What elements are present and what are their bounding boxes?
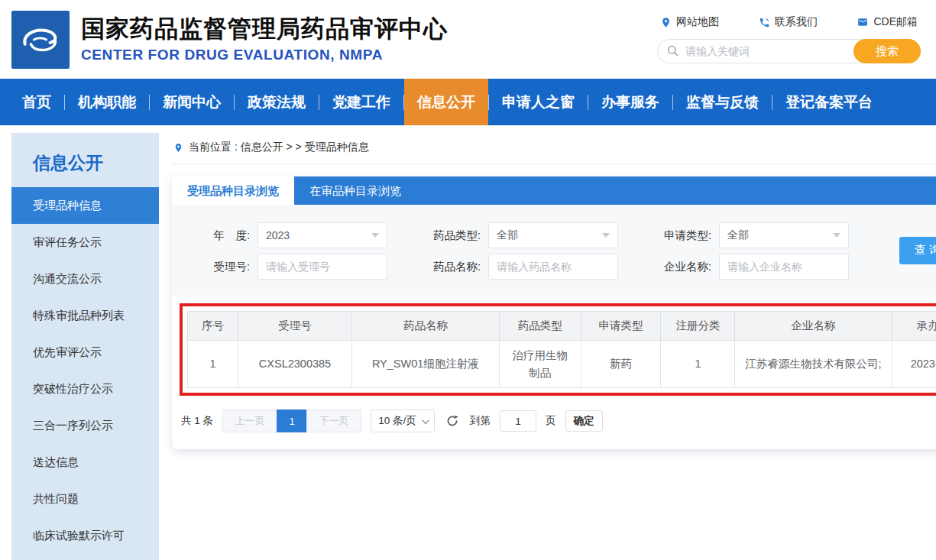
total-count: 共 1 条 xyxy=(181,414,213,428)
nav-item-services[interactable]: 办事服务 xyxy=(588,79,672,125)
confirm-button[interactable]: 确定 xyxy=(565,410,603,432)
page-size-value: 10 条/页 xyxy=(378,414,416,428)
phone-icon xyxy=(759,17,770,28)
page-size-select[interactable]: 10 条/页 xyxy=(371,409,435,432)
prev-page-button[interactable]: 上一页 xyxy=(222,409,277,432)
acceptance-no-field xyxy=(257,254,387,280)
goto-page-input[interactable] xyxy=(500,410,536,432)
page-title: 国家药品监督管理局药品审评中心 xyxy=(81,15,448,43)
drug-name-label: 药品名称: xyxy=(423,260,481,274)
cell-serial: 1 xyxy=(188,341,238,388)
acceptance-no-input[interactable] xyxy=(266,261,379,273)
nav-item-registration-platform[interactable]: 登记备案平台 xyxy=(772,79,886,125)
contact-link[interactable]: 联系我们 xyxy=(759,15,818,29)
page-subtitle: CENTER FOR DRUG EVALUATION, NMPA xyxy=(81,47,448,63)
col-serial: 序号 xyxy=(188,312,238,341)
nav-item-party[interactable]: 党建工作 xyxy=(319,79,403,125)
tab-accepted-catalog[interactable]: 受理品种目录浏览 xyxy=(172,176,294,205)
nav-item-policies[interactable]: 政策法规 xyxy=(235,79,319,125)
drug-type-label: 药品类型: xyxy=(423,228,481,243)
table-header-row: 序号 受理号 药品名称 药品类型 申请类型 注册分类 企业名称 承办日期 xyxy=(188,312,936,341)
cell-handle-date: 2023-05-31 xyxy=(892,341,936,388)
refresh-button[interactable] xyxy=(445,414,459,428)
year-select[interactable]: 2023 xyxy=(257,222,387,248)
sidebar: 信息公开 受理品种信息 审评任务公示 沟通交流公示 特殊审批品种列表 优先审评公… xyxy=(11,133,159,560)
location-pin-icon xyxy=(660,17,672,28)
search-button[interactable]: 搜索 xyxy=(853,39,921,63)
cell-registration-class: 1 xyxy=(661,341,735,388)
acceptance-no-label: 受理号: xyxy=(192,260,250,274)
chevron-down-icon xyxy=(602,233,610,238)
year-label: 年 度: xyxy=(192,228,250,243)
tab-under-review-catalog[interactable]: 在审品种目录浏览 xyxy=(294,176,416,205)
sidebar-item-delivery-info[interactable]: 送达信息 xyxy=(11,444,159,481)
sidebar-item-common-issues[interactable]: 共性问题 xyxy=(11,481,159,517)
application-type-label: 申请类型: xyxy=(653,228,711,243)
col-application-type: 申请类型 xyxy=(581,312,661,341)
main-nav: 首页 机构职能 新闻中心 政策法规 党建工作 信息公开 申请人之窗 办事服务 监… xyxy=(0,79,936,125)
cell-drug-name: RY_SW01细胞注射液 xyxy=(351,341,499,388)
sidebar-item-communication[interactable]: 沟通交流公示 xyxy=(11,261,159,297)
col-registration-class: 注册分类 xyxy=(661,312,735,341)
pagination: 共 1 条 上一页 1 下一页 10 条/页 到第 xyxy=(172,396,936,449)
nav-item-news[interactable]: 新闻中心 xyxy=(150,79,234,125)
cell-acceptance-no: CXSL2300385 xyxy=(238,341,352,388)
contact-label: 联系我们 xyxy=(775,15,818,29)
application-type-select-value: 全部 xyxy=(727,228,749,242)
current-page-button[interactable]: 1 xyxy=(277,409,307,432)
nav-item-functions[interactable]: 机构职能 xyxy=(65,79,149,125)
sidebar-item-review-tasks[interactable]: 审评任务公示 xyxy=(11,224,159,261)
sitemap-link[interactable]: 网站地图 xyxy=(660,15,719,29)
mailbox-label: CDE邮箱 xyxy=(873,15,918,29)
chevron-down-icon xyxy=(833,233,840,238)
content-card: 受理品种目录浏览 在审品种目录浏览 年 度: 2023 药品类型: xyxy=(172,176,936,449)
sidebar-item-breakthrough-therapy[interactable]: 突破性治疗公示 xyxy=(11,371,159,407)
col-acceptance-no: 受理号 xyxy=(238,312,352,341)
company-name-input[interactable] xyxy=(727,261,840,273)
nav-item-applicant-window[interactable]: 申请人之窗 xyxy=(489,79,588,125)
breadcrumb: 当前位置 : 信息公开 > > 受理品种信息 xyxy=(172,139,936,164)
goto-prefix: 到第 xyxy=(470,414,491,428)
sidebar-item-clinical-trial-license[interactable]: 临床试验默示许可 xyxy=(11,517,159,554)
sidebar-item-three-in-one[interactable]: 三合一序列公示 xyxy=(11,407,159,444)
drug-name-input[interactable] xyxy=(497,261,610,273)
highlight-red-border: 序号 受理号 药品名称 药品类型 申请类型 注册分类 企业名称 承办日期 xyxy=(180,303,936,396)
sidebar-item-priority-review[interactable]: 优先审评公示 xyxy=(11,334,159,371)
envelope-icon xyxy=(857,17,869,28)
drug-type-select-value: 全部 xyxy=(497,228,518,242)
goto-suffix: 页 xyxy=(546,414,556,428)
drug-name-field xyxy=(488,254,618,280)
col-drug-name: 药品名称 xyxy=(351,312,499,341)
nav-item-info-disclosure[interactable]: 信息公开 xyxy=(404,79,488,125)
sitemap-label: 网站地图 xyxy=(676,15,719,29)
nav-item-home[interactable]: 首页 xyxy=(9,79,64,125)
chevron-down-icon xyxy=(422,416,429,424)
filter-panel: 年 度: 2023 药品类型: 全部 申请类 xyxy=(172,205,936,296)
chevron-down-icon xyxy=(371,233,379,238)
nav-item-supervision[interactable]: 监督与反馈 xyxy=(673,79,772,125)
sidebar-item-accepted-varieties[interactable]: 受理品种信息 xyxy=(11,187,159,224)
drug-type-select[interactable]: 全部 xyxy=(488,222,618,248)
col-handle-date: 承办日期 xyxy=(892,312,936,341)
sidebar-title: 信息公开 xyxy=(11,147,159,187)
refresh-icon xyxy=(445,414,459,428)
col-company: 企业名称 xyxy=(735,312,892,341)
tabbar: 受理品种目录浏览 在审品种目录浏览 xyxy=(172,176,936,205)
site-header: 国家药品监督管理局药品审评中心 CENTER FOR DRUG EVALUATI… xyxy=(0,0,936,79)
cell-drug-type: 治疗用生物制品 xyxy=(499,341,581,388)
next-page-button[interactable]: 下一页 xyxy=(306,409,361,432)
company-name-field xyxy=(719,254,849,280)
application-type-select[interactable]: 全部 xyxy=(719,222,849,248)
mailbox-link[interactable]: CDE邮箱 xyxy=(857,15,918,29)
results-table: 序号 受理号 药品名称 药品类型 申请类型 注册分类 企业名称 承办日期 xyxy=(187,311,936,388)
col-drug-type: 药品类型 xyxy=(499,312,581,341)
search-icon xyxy=(666,44,679,60)
cell-application-type: 新药 xyxy=(581,341,661,388)
year-select-value: 2023 xyxy=(266,229,290,241)
location-pin-icon xyxy=(173,142,183,154)
query-button[interactable]: 查 询 xyxy=(899,237,936,264)
sidebar-item-special-approval[interactable]: 特殊审批品种列表 xyxy=(11,297,159,334)
cde-logo xyxy=(11,11,70,69)
cde-logo-mark xyxy=(18,18,63,62)
breadcrumb-text: 当前位置 : 信息公开 > > 受理品种信息 xyxy=(189,141,369,154)
